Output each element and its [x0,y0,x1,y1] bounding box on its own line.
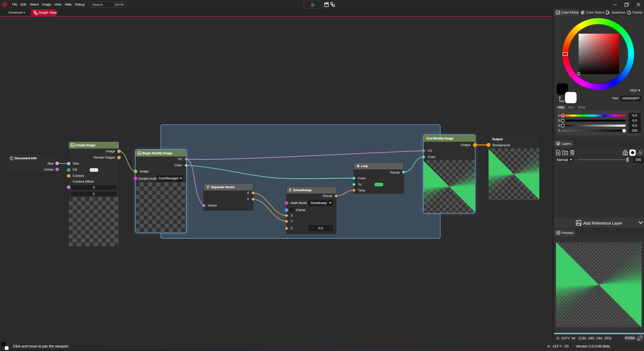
svg-text:α: α [624,152,626,155]
